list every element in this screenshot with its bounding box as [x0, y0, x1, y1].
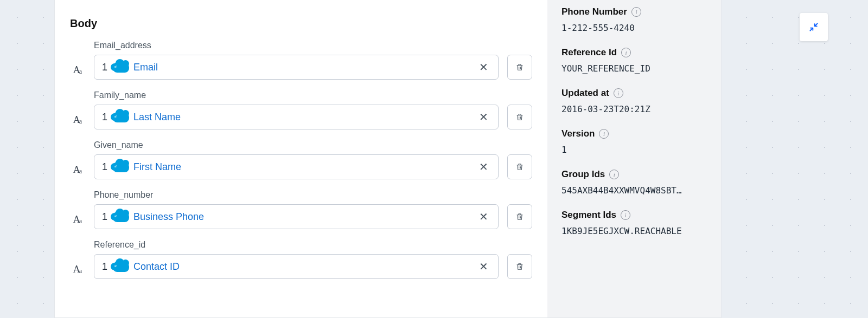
text-type-icon: Aa — [70, 209, 85, 224]
meta-value: 545AXB44B4XXWMVQ4W8SBT… — [561, 185, 707, 196]
body-section: Body Email_address Aa 1 sf Email ✕ — [55, 0, 547, 317]
meta-block: Segment Ids i 1KB9JE5EGJXCW.REACHABLE — [561, 210, 707, 236]
field-label: Reference_id — [94, 240, 532, 250]
clear-icon[interactable]: ✕ — [477, 260, 490, 273]
trash-icon — [515, 162, 524, 172]
salesforce-icon: sf — [113, 211, 129, 222]
mapping-input[interactable]: 1 sf Contact ID ✕ — [94, 254, 499, 279]
delete-button[interactable] — [507, 154, 532, 179]
meta-block: Phone Number i 1-212-555-4240 — [561, 7, 707, 33]
field-block: Reference_id Aa 1 sf Contact ID ✕ — [70, 240, 532, 279]
canvas-background: Body Email_address Aa 1 sf Email ✕ — [0, 0, 868, 318]
salesforce-icon: sf — [113, 112, 129, 122]
trash-icon — [515, 262, 524, 271]
field-block: Given_name Aa 1 sf First Name ✕ — [70, 140, 532, 179]
meta-label: Updated at — [561, 88, 609, 99]
pill-value: Last Name — [133, 112, 477, 123]
field-label: Given_name — [94, 140, 532, 150]
field-block: Family_name Aa 1 sf Last Name ✕ — [70, 90, 532, 129]
info-icon[interactable]: i — [614, 88, 623, 98]
pill-value: Contact ID — [133, 261, 477, 272]
field-row: Aa 1 sf Contact ID ✕ — [70, 254, 532, 279]
field-label: Email_address — [94, 41, 532, 50]
collapse-button[interactable] — [800, 13, 828, 41]
meta-label: Version — [561, 128, 595, 139]
info-icon[interactable]: i — [599, 129, 609, 139]
trash-icon — [515, 212, 524, 222]
clear-icon[interactable]: ✕ — [477, 61, 490, 74]
field-row: Aa 1 sf Business Phone ✕ — [70, 204, 532, 229]
meta-block: Updated at i 2016-03-23T20:21Z — [561, 88, 707, 114]
field-row: Aa 1 sf Email ✕ — [70, 55, 532, 80]
delete-button[interactable] — [507, 254, 532, 279]
delete-button[interactable] — [507, 55, 532, 80]
mapping-input[interactable]: 1 sf Email ✕ — [94, 55, 499, 80]
field-block: Email_address Aa 1 sf Email ✕ — [70, 41, 532, 80]
meta-value: 1-212-555-4240 — [561, 23, 707, 33]
text-type-icon: Aa — [70, 259, 85, 274]
delete-button[interactable] — [507, 105, 532, 129]
mapping-input[interactable]: 1 sf Last Name ✕ — [94, 105, 499, 129]
meta-value: YOUR_REFERENCE_ID — [561, 63, 707, 74]
clear-icon[interactable]: ✕ — [477, 160, 490, 173]
salesforce-icon: sf — [113, 161, 129, 172]
meta-block: Reference Id i YOUR_REFERENCE_ID — [561, 47, 707, 74]
field-label: Phone_number — [94, 190, 532, 200]
salesforce-icon: sf — [113, 261, 129, 272]
clear-icon[interactable]: ✕ — [477, 210, 490, 223]
pill-index: 1 — [102, 112, 107, 123]
mapping-input[interactable]: 1 sf First Name ✕ — [94, 154, 499, 179]
text-type-icon: Aa — [70, 60, 85, 75]
text-type-icon: Aa — [70, 109, 85, 125]
info-icon[interactable]: i — [621, 48, 631, 57]
main-panel: Body Email_address Aa 1 sf Email ✕ — [54, 0, 722, 318]
trash-icon — [515, 112, 524, 122]
collapse-icon — [808, 22, 819, 33]
meta-value: 1KB9JE5EGJXCW.REACHABLE — [561, 226, 707, 236]
salesforce-icon: sf — [113, 62, 129, 73]
trash-icon — [515, 62, 524, 72]
field-row: Aa 1 sf First Name ✕ — [70, 154, 532, 179]
meta-label: Segment Ids — [561, 210, 616, 220]
info-icon[interactable]: i — [631, 7, 641, 17]
meta-value: 1 — [561, 145, 707, 155]
mapping-input[interactable]: 1 sf Business Phone ✕ — [94, 204, 499, 229]
info-icon[interactable]: i — [621, 210, 630, 220]
delete-button[interactable] — [507, 204, 532, 229]
meta-label: Reference Id — [561, 47, 617, 58]
clear-icon[interactable]: ✕ — [477, 111, 490, 124]
field-label: Family_name — [94, 90, 532, 100]
pill-value: First Name — [133, 161, 477, 173]
meta-block: Version i 1 — [561, 128, 707, 155]
pill-index: 1 — [102, 161, 107, 173]
info-icon[interactable]: i — [609, 170, 619, 179]
metadata-panel: Phone Number i 1-212-555-4240 Reference … — [547, 0, 721, 317]
meta-block: Group Ids i 545AXB44B4XXWMVQ4W8SBT… — [561, 169, 707, 196]
pill-index: 1 — [102, 261, 107, 272]
pill-value: Business Phone — [133, 211, 477, 223]
pill-index: 1 — [102, 211, 107, 223]
pill-value: Email — [133, 62, 477, 73]
text-type-icon: Aa — [70, 159, 85, 174]
pill-index: 1 — [102, 62, 107, 73]
section-title: Body — [70, 17, 532, 30]
meta-label: Group Ids — [561, 169, 605, 180]
meta-label: Phone Number — [561, 7, 627, 17]
field-row: Aa 1 sf Last Name ✕ — [70, 105, 532, 129]
field-block: Phone_number Aa 1 sf Business Phone ✕ — [70, 190, 532, 229]
meta-value: 2016-03-23T20:21Z — [561, 104, 707, 114]
